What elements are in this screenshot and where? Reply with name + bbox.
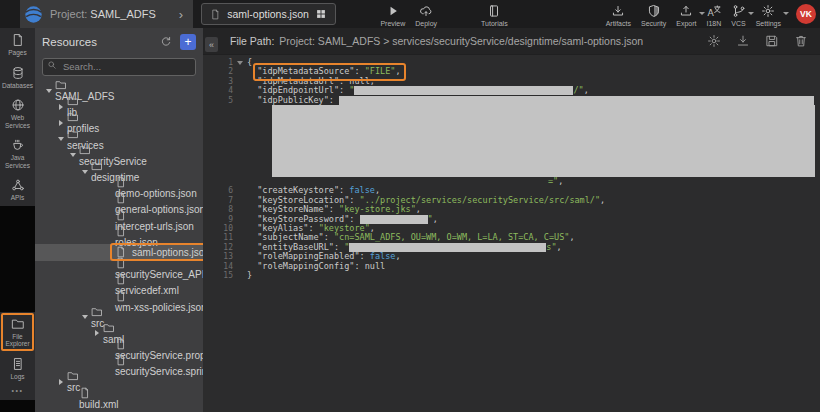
code-editor[interactable]: 1{2"idpMetadataSource": "FILE",3"idpMeta…: [203, 55, 820, 412]
line-number: 15: [203, 271, 233, 280]
json-punct: {: [247, 57, 252, 67]
preview-label: Preview: [380, 20, 405, 27]
caret-down-icon[interactable]: [79, 170, 91, 174]
caret-right-icon[interactable]: [91, 330, 103, 336]
wavemaker-logo-icon: [24, 5, 43, 24]
tree-item[interactable]: build.xml: [35, 390, 203, 406]
add-resource-button[interactable]: +: [180, 34, 196, 50]
rail-item-file-explorer[interactable]: File Explorer: [0, 312, 35, 352]
resources-panel: Resources + SAML_ADFSlibprofilesservices…: [35, 28, 203, 412]
resources-tools: +: [160, 34, 196, 50]
download-icon[interactable]: [736, 34, 750, 48]
tree-item[interactable]: saml-options.json: [35, 244, 203, 260]
artifacts-button[interactable]: Artifacts: [601, 4, 636, 27]
trash-icon[interactable]: [794, 34, 808, 48]
file-icon: [115, 257, 203, 269]
file-icon: [115, 225, 153, 237]
caret-right-icon[interactable]: [55, 120, 67, 126]
folder-icon: [11, 317, 25, 331]
tree-item-body: wm-xss-policies.json: [115, 290, 203, 313]
chevron-right-icon[interactable]: ›: [179, 7, 183, 22]
save-icon[interactable]: [765, 34, 779, 48]
line-number: 9: [203, 215, 233, 224]
tree-item[interactable]: wm-xss-policies.json: [35, 293, 203, 309]
json-punct: :: [339, 85, 349, 95]
collapse-panel-button[interactable]: «: [205, 37, 218, 52]
tree-item[interactable]: SAML_ADFS: [35, 83, 203, 99]
export-button[interactable]: Export: [671, 4, 701, 27]
avatar[interactable]: VK: [796, 4, 816, 24]
rail-top-group: PagesDatabasesWeb ServicesJava ServicesA…: [0, 28, 35, 206]
rail-item-logs[interactable]: Logs: [0, 352, 35, 385]
more-menu-button[interactable]: •••: [0, 384, 35, 400]
highlight-box: "idpMetadataSource": "FILE",: [257, 66, 400, 76]
export-label: Export: [676, 20, 696, 27]
settings-button[interactable]: Settings: [751, 4, 786, 27]
rail-item-pages[interactable]: Pages: [0, 28, 35, 61]
json-string: "cn=SAML_ADFS, OU=WM, O=WM, L=LA, ST=CA,…: [334, 232, 569, 242]
shield-icon: [647, 4, 661, 18]
i18n-button[interactable]: AI18N: [702, 4, 727, 27]
code-line[interactable]: 5"idpPublicKey":: [203, 96, 820, 105]
gutter-spacer: [233, 271, 247, 274]
search-input[interactable]: [42, 58, 196, 76]
deploy-button[interactable]: Deploy: [410, 4, 442, 27]
caret-right-icon[interactable]: [55, 379, 67, 385]
json-punct: :: [354, 261, 364, 271]
file-tab[interactable]: saml-options.json: [201, 3, 336, 25]
tree-item-label: build.xml: [79, 399, 118, 410]
code-line[interactable]: [203, 105, 820, 177]
code-line[interactable]: 15}: [203, 271, 820, 280]
resources-title: Resources: [42, 36, 97, 48]
rail-spacer: [0, 206, 35, 312]
gutter-spacer: [233, 105, 247, 108]
json-punct: }: [247, 270, 252, 280]
folder-icon: [103, 322, 119, 334]
project-title: Project: SAML_ADFS: [50, 8, 156, 20]
tree-item[interactable]: profiles: [35, 115, 203, 131]
line-number: 13: [203, 252, 233, 261]
caret-down-icon[interactable]: [79, 315, 91, 319]
gutter-spacer: [233, 186, 247, 189]
tray-down-icon: [611, 4, 625, 18]
line-number: 10: [203, 224, 233, 233]
grid-icon[interactable]: [315, 8, 327, 20]
caret-down-icon[interactable]: [67, 153, 79, 157]
i18n-label: I18N: [707, 20, 722, 27]
json-punct: ,: [395, 251, 400, 261]
java-services-label: Java Services: [5, 154, 30, 169]
fold-icon[interactable]: [233, 58, 247, 65]
settings-gear-icon[interactable]: [707, 34, 721, 48]
tree-item-label: saml-options.json: [132, 247, 203, 258]
gutter-spacer: [233, 196, 247, 199]
code-line[interactable]: 14"roleMappingConfig": null: [203, 262, 820, 271]
vcs-button[interactable]: VCS: [726, 4, 750, 27]
tree-item-label: wm-xss-policies.json: [115, 302, 203, 313]
security-button[interactable]: Security: [636, 4, 671, 27]
caret-right-icon[interactable]: [55, 104, 67, 110]
preview-button[interactable]: Preview: [375, 4, 410, 27]
rail-item-java-services[interactable]: Java Services: [0, 133, 35, 173]
security-label: Security: [641, 20, 666, 27]
editor-header: File Path: Project: SAML_ADFS > services…: [203, 28, 820, 55]
file-tree: SAML_ADFSlibprofilesservicessecurityServ…: [35, 81, 203, 412]
rail-item-web-services[interactable]: Web Services: [0, 93, 35, 133]
gutter-spacer: [233, 86, 247, 89]
caret-down-icon[interactable]: [55, 137, 67, 141]
rail-item-databases[interactable]: Databases: [0, 61, 35, 94]
book-icon: [487, 4, 501, 18]
caret-down-icon[interactable]: [43, 89, 55, 93]
editor: « File Path: Project: SAML_ADFS > servic…: [203, 28, 820, 412]
folder-icon: [67, 111, 94, 123]
refresh-icon[interactable]: [160, 36, 172, 48]
code-line[interactable]: 2"idpMetadataSource": "FILE",: [203, 67, 820, 76]
tutorials-button[interactable]: Tutorials: [476, 4, 513, 27]
gutter-spacer: [233, 77, 247, 80]
play-icon: [386, 4, 400, 18]
gutter-spacer: [233, 96, 247, 99]
redacted-block: [272, 105, 815, 177]
tree-item[interactable]: securityService.spring.xml: [35, 358, 203, 374]
file-icon: [115, 273, 174, 285]
rail-item-apis[interactable]: APIs: [0, 173, 35, 206]
json-string: /": [573, 85, 583, 95]
